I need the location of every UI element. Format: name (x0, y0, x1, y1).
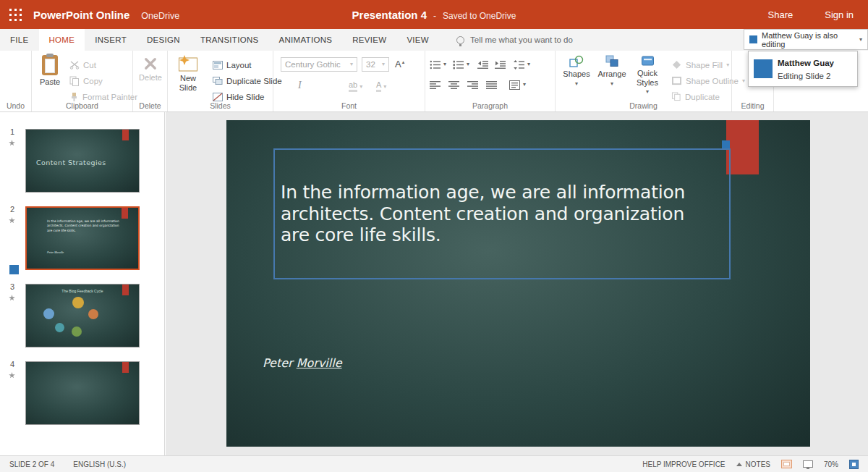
transition-star-icon[interactable] (9, 217, 15, 224)
slide-editing-surface[interactable]: In the information age, we are all infor… (226, 120, 810, 447)
document-title-area: Presentation 4 - Saved to OneDrive (352, 9, 516, 21)
clipboard-icon (42, 55, 58, 75)
powerpoint-online-app: PowerPoint Online OneDrive Presentation … (0, 0, 868, 472)
tab-file[interactable]: FILE (0, 29, 39, 51)
indent-icon (495, 60, 506, 69)
slide-accent-rectangle[interactable] (726, 120, 759, 174)
slides-group: New Slide Layout Duplicate Slide Hide Sl… (168, 51, 273, 111)
ribbon: Undo Paste Cut Copy Format Painter Clipb… (0, 51, 868, 112)
slide-3-entry: 3 The Blog Feedback Cycle (0, 281, 164, 350)
language-indicator[interactable]: ENGLISH (U.S.) (73, 460, 126, 468)
quote-textbox[interactable]: In the information age, we are all infor… (273, 148, 731, 279)
slide-thumbnail-panel: 1 Content Strategies 2 In the informatio… (0, 112, 165, 455)
tab-review[interactable]: REVIEW (342, 29, 396, 51)
normal-view-icon[interactable] (781, 460, 792, 468)
signin-button[interactable]: Sign in (825, 9, 854, 20)
copy-label: Copy (83, 77, 103, 85)
coauthor-presence-marker[interactable] (9, 265, 19, 274)
italic-button[interactable]: I (298, 80, 302, 91)
tell-me-box[interactable]: Tell me what you want to do (456, 29, 573, 51)
layout-label: Layout (226, 61, 252, 69)
delete-label: Delete (139, 73, 162, 83)
chevron-down-icon: ▾ (610, 81, 613, 87)
slide-1-thumbnail[interactable]: Content Strategies (25, 129, 140, 193)
clipboard-group: Paste Cut Copy Format Painter Clipboard (32, 51, 133, 111)
selection-handle[interactable] (722, 140, 730, 148)
document-title[interactable]: Presentation 4 (352, 9, 427, 21)
top-bar: PowerPoint Online OneDrive Presentation … (0, 0, 868, 29)
bullets-button[interactable]: ▾ (430, 57, 446, 72)
slide-2-thumbnail[interactable]: In the information age, we are all infor… (25, 206, 140, 270)
paragraph-group-label: Paragraph (425, 101, 555, 110)
slide-4-entry: 4 (0, 358, 164, 428)
grow-font-button[interactable]: A ▴ (395, 59, 404, 69)
tab-view[interactable]: VIEW (396, 29, 439, 51)
chevron-down-icon: ▾ (350, 62, 353, 67)
zoom-level[interactable]: 70% (824, 460, 838, 468)
shape-fill-button[interactable]: Shape Fill ▾ (671, 58, 729, 72)
font-name-select[interactable]: Century Gothic ▾ (281, 57, 357, 72)
arrange-icon (605, 55, 619, 67)
paste-button[interactable]: Paste (35, 55, 65, 87)
app-launcher-icon[interactable] (0, 0, 30, 29)
decrease-indent-button[interactable] (477, 57, 489, 72)
highlight-color-button[interactable]: ab ▾ (349, 81, 362, 92)
justify-button[interactable] (486, 77, 498, 92)
numbering-button[interactable]: ▾ (453, 57, 469, 72)
increase-indent-button[interactable] (495, 57, 506, 72)
cut-label: Cut (83, 61, 96, 69)
tab-home[interactable]: HOME (39, 29, 85, 51)
undo-group: Undo (0, 51, 32, 111)
fit-to-window-icon[interactable] (849, 460, 859, 469)
onedrive-link[interactable]: OneDrive (141, 11, 179, 21)
new-slide-button[interactable]: New Slide (172, 55, 204, 92)
coauthor-status: Editing Slide 2 (778, 72, 831, 80)
presence-indicator[interactable]: Matthew Guay is also editing ▾ (744, 29, 868, 50)
shapes-button[interactable]: Shapes ▾ (560, 55, 593, 87)
font-size-select[interactable]: 32 ▾ (362, 57, 389, 72)
grow-font-glyph: A (395, 59, 401, 69)
duplicate-slide-button[interactable]: Duplicate Slide (213, 74, 282, 88)
presence-label: Matthew Guay is also editing (762, 31, 855, 49)
chevron-down-icon: ▾ (523, 82, 526, 88)
diagram-circle (55, 323, 64, 332)
tab-animations[interactable]: ANIMATIONS (269, 29, 343, 51)
notes-toggle[interactable]: NOTES (736, 460, 770, 468)
font-size-value: 32 (366, 60, 375, 69)
save-status: Saved to OneDrive (443, 11, 516, 21)
tab-design[interactable]: DESIGN (137, 29, 190, 51)
quick-styles-button[interactable]: Quick Styles ▾ (629, 55, 665, 95)
transition-star-icon[interactable] (9, 372, 15, 379)
tab-transitions[interactable]: TRANSITIONS (190, 29, 269, 51)
copy-button[interactable]: Copy (69, 74, 103, 88)
layout-button[interactable]: Layout (213, 58, 252, 72)
slide-3-thumbnail[interactable]: The Blog Feedback Cycle (25, 284, 140, 347)
help-improve-link[interactable]: HELP IMPROVE OFFICE (642, 460, 725, 468)
lightbulb-icon (456, 36, 464, 44)
slide-4-thumbnail[interactable] (25, 361, 140, 425)
shape-outline-label: Shape Outline (686, 77, 739, 85)
top-bar-left: PowerPoint Online OneDrive (33, 9, 179, 21)
transition-star-icon[interactable] (9, 295, 15, 301)
line-spacing-button[interactable]: ▾ (514, 57, 530, 72)
cut-button[interactable]: Cut (69, 58, 96, 72)
arrange-button[interactable]: Arrange ▾ (596, 55, 628, 87)
slideshow-view-icon[interactable] (803, 460, 813, 468)
chevron-down-icon: ▾ (859, 37, 862, 43)
author-textbox[interactable]: Peter Morville (263, 356, 342, 370)
presence-popup[interactable]: Matthew Guay Editing Slide 2 (748, 51, 858, 87)
coauthor-name: Matthew Guay (778, 59, 834, 67)
coauthor-avatar (754, 59, 773, 78)
share-button[interactable]: Share (768, 9, 793, 20)
align-left-button[interactable] (430, 77, 441, 92)
text-direction-button[interactable]: ▾ (509, 77, 526, 92)
delete-button[interactable]: Delete (136, 56, 165, 83)
align-right-button[interactable] (467, 77, 479, 92)
slide-3-number: 3 (10, 282, 14, 291)
align-left-icon (430, 80, 441, 90)
transition-star-icon[interactable] (9, 140, 15, 146)
tab-insert[interactable]: INSERT (85, 29, 137, 51)
quick-styles-label: Quick Styles (629, 69, 665, 87)
font-color-button[interactable]: A ▾ (376, 81, 386, 92)
align-center-button[interactable] (448, 77, 460, 92)
